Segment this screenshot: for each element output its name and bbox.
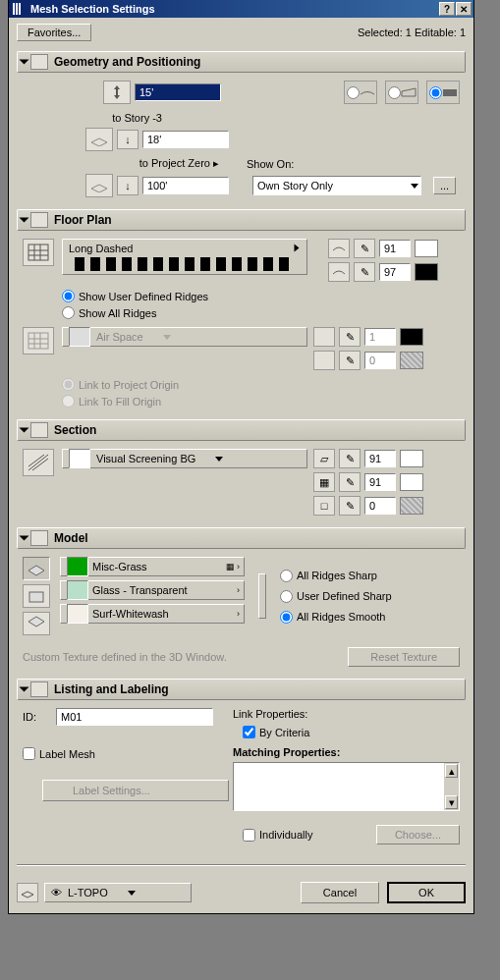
section-title: Model (54, 531, 88, 545)
plane-icon (89, 179, 109, 192)
linetype-selector[interactable]: Long Dashed (62, 239, 307, 275)
texture-note: Custom Texture defined in the 3D Window. (23, 651, 227, 663)
section-section-header[interactable]: Section (17, 419, 466, 441)
reset-texture-button: Reset Texture (348, 647, 460, 667)
disclosure-icon (20, 687, 29, 692)
section-listing-header[interactable]: Listing and Labeling (17, 679, 466, 700)
floorplan-icon (30, 212, 48, 228)
ridge-all-radio[interactable]: Show All Ridges (62, 306, 460, 319)
line-pattern-preview (75, 257, 295, 271)
cut-fill-icon (23, 449, 54, 476)
type-slope[interactable] (385, 81, 418, 104)
pen2-input[interactable] (379, 263, 411, 281)
spen3-color[interactable] (400, 497, 423, 515)
story-input[interactable] (142, 131, 229, 148)
section-title: Geometry and Positioning (54, 55, 200, 69)
outline-icon: ▱ (313, 449, 335, 468)
pen-icon: ✎ (339, 449, 361, 468)
fill-swatch (69, 449, 90, 468)
listing-icon (30, 681, 48, 697)
side-surface-icon[interactable] (23, 584, 50, 608)
airspace-selector: Air Space (62, 327, 307, 347)
spen2-color[interactable] (400, 473, 423, 491)
pen2-color[interactable] (415, 263, 438, 281)
scroll-up-icon[interactable]: ▴ (445, 764, 458, 778)
svg-rect-1 (28, 245, 48, 260)
section-title: Floor Plan (54, 213, 112, 227)
id-input[interactable] (56, 708, 213, 726)
close-button[interactable]: ✕ (456, 2, 472, 16)
section-floorplan-header[interactable]: Floor Plan (17, 209, 466, 231)
section-title: Listing and Labeling (54, 682, 169, 696)
pen1-input[interactable] (379, 240, 411, 257)
chain-toggle[interactable] (258, 573, 266, 619)
type-flat[interactable] (344, 81, 377, 104)
individually-checkbox[interactable]: Individually (243, 829, 312, 842)
airpen2-color (400, 352, 423, 369)
bottom-surface-icon[interactable] (23, 612, 50, 635)
type-solid[interactable] (426, 81, 460, 104)
zero-input[interactable] (142, 177, 229, 194)
surface-icon (328, 239, 350, 258)
link-fill-radio: Link To Fill Origin (62, 395, 460, 408)
pen-icon: ✎ (339, 472, 361, 492)
bg-icon: □ (313, 496, 335, 516)
window-title: Mesh Selection Settings (30, 3, 155, 15)
top-surface-icon[interactable] (23, 557, 50, 580)
more-button[interactable]: ... (433, 177, 456, 194)
scroll-down-icon[interactable]: ▾ (445, 795, 458, 809)
id-label: ID: (23, 711, 52, 723)
section-model-header[interactable]: Model (17, 527, 466, 549)
section-geometry-header[interactable]: Geometry and Positioning (17, 51, 466, 73)
ridge-user-radio[interactable]: Show User Defined Ridges (62, 290, 460, 302)
svg-rect-14 (29, 592, 43, 602)
zero-label[interactable]: to Project Zero ▸ (23, 157, 219, 170)
show-on-combo[interactable]: Own Story Only (252, 176, 421, 195)
surface-icon (328, 262, 350, 282)
height-input[interactable] (135, 83, 221, 101)
airpen1-input (364, 328, 396, 346)
cancel-button[interactable]: Cancel (301, 882, 379, 903)
ridges-user-radio[interactable]: User Defined Sharp (280, 590, 392, 603)
ridges-smooth-radio[interactable]: All Ridges Smooth (280, 611, 392, 624)
section-fill-selector[interactable]: Visual Screening BG (62, 449, 307, 468)
app-icon (13, 3, 27, 15)
label-mesh-checkbox[interactable]: Label Mesh (23, 747, 95, 760)
scrollbar[interactable]: ▴ ▾ (444, 763, 459, 810)
svg-rect-6 (28, 333, 48, 349)
down-arrow-icon: ↓ (117, 176, 139, 195)
side-material-selector[interactable]: Glass - Transparent › (60, 580, 245, 600)
favorites-button[interactable]: Favorites... (17, 24, 91, 41)
bottom-material-selector[interactable]: Surf-Whitewash › (60, 604, 245, 624)
geometry-icon (30, 54, 48, 70)
disclosure-icon (20, 428, 29, 433)
plane-icon (89, 133, 109, 146)
disclosure-icon (20, 536, 29, 541)
spen2-input[interactable] (364, 473, 396, 491)
spen1-input[interactable] (364, 450, 396, 467)
pen1-color[interactable] (415, 240, 438, 257)
hatch-icon: ▦ (313, 472, 335, 492)
arrow-updown-icon (107, 84, 127, 100)
spen3-input[interactable] (364, 497, 396, 515)
hatch-icon (313, 327, 335, 347)
section-title: Section (54, 423, 96, 437)
ok-button[interactable]: OK (387, 882, 466, 903)
top-material-selector[interactable]: Misc-Grass ▦ › (60, 557, 245, 576)
spen1-color[interactable] (400, 450, 423, 467)
help-button[interactable]: ? (439, 2, 455, 16)
fill-swatch (69, 327, 90, 347)
layer-combo[interactable]: 👁 L-TOPO (44, 883, 192, 902)
matching-list[interactable]: ▴ ▾ (233, 762, 460, 811)
fill-grid-icon (23, 327, 54, 354)
selection-status: Selected: 1 Editable: 1 (358, 27, 466, 38)
label-settings-button: Label Settings... (42, 780, 229, 801)
section-icon (30, 422, 48, 438)
by-criteria-checkbox[interactable]: By Criteria (243, 726, 309, 738)
svg-line-11 (28, 455, 48, 470)
matching-label: Matching Properties: (233, 746, 460, 758)
story-label: to Story -3 (23, 112, 170, 124)
link-props-label: Link Properties: (233, 708, 460, 720)
ridges-sharp-radio[interactable]: All Ridges Sharp (280, 570, 392, 582)
chevron-right-icon (295, 245, 300, 252)
